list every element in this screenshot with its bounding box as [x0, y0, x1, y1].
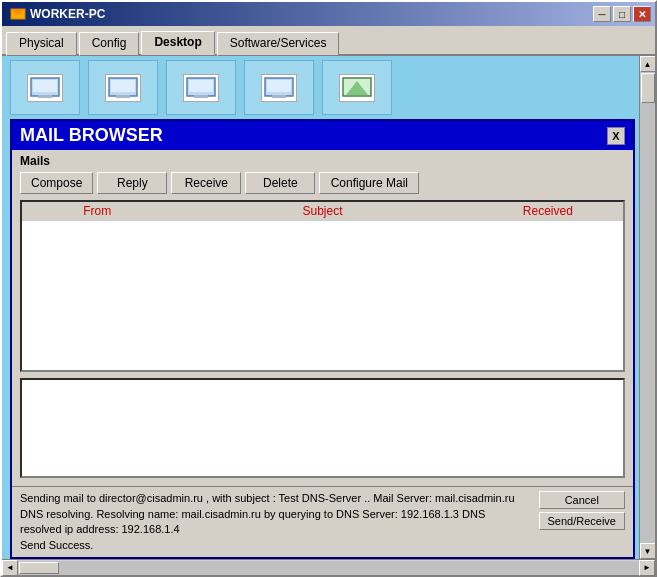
status-text: Sending mail to director@cisadmin.ru , w…: [20, 491, 531, 553]
desktop-icon-1[interactable]: [10, 60, 80, 115]
svg-rect-10: [194, 95, 208, 98]
scroll-h-track: [18, 561, 639, 575]
desktop-icon-3[interactable]: [166, 60, 236, 115]
right-scrollbar: ▲ ▼: [639, 56, 655, 559]
delete-button[interactable]: Delete: [245, 172, 315, 194]
desktop-icon-img-4: [261, 74, 297, 102]
main-content: MAIL BROWSER X Mails Compose Reply Recei…: [2, 56, 655, 559]
mail-list-header: From Subject Received: [22, 202, 623, 221]
tab-bar: Physical Config Desktop Software/Service…: [2, 26, 655, 56]
desktop-icon-img-3: [183, 74, 219, 102]
close-button[interactable]: ✕: [633, 6, 651, 22]
status-buttons: Cancel Send/Receive: [539, 491, 626, 530]
mail-list: From Subject Received: [20, 200, 625, 372]
desktop-icon-4[interactable]: [244, 60, 314, 115]
scroll-track: [640, 72, 656, 543]
status-message: Sending mail to director@cisadmin.ru , w…: [20, 492, 515, 550]
window-title: WORKER-PC: [30, 7, 105, 21]
scroll-thumb[interactable]: [641, 73, 655, 103]
desktop-icon-img-1: [27, 74, 63, 102]
svg-rect-9: [189, 80, 213, 92]
reply-button[interactable]: Reply: [97, 172, 167, 194]
mail-browser-title: MAIL BROWSER: [20, 125, 163, 146]
mail-close-button[interactable]: X: [607, 127, 625, 145]
title-bar-left: WORKER-PC: [10, 6, 105, 22]
receive-button[interactable]: Receive: [171, 172, 241, 194]
tab-config[interactable]: Config: [79, 32, 140, 56]
app-icon: [10, 6, 26, 22]
scroll-right-button[interactable]: ►: [639, 560, 655, 576]
minimize-button[interactable]: ─: [593, 6, 611, 22]
scroll-up-button[interactable]: ▲: [640, 56, 656, 72]
cancel-button[interactable]: Cancel: [539, 491, 626, 509]
configure-mail-button[interactable]: Configure Mail: [319, 172, 419, 194]
desktop-icon-img-2: [105, 74, 141, 102]
tab-physical[interactable]: Physical: [6, 32, 77, 56]
scroll-down-button[interactable]: ▼: [640, 543, 656, 559]
maximize-button[interactable]: □: [613, 6, 631, 22]
desktop-icon-2[interactable]: [88, 60, 158, 115]
bottom-scrollbar: ◄ ►: [2, 559, 655, 575]
mail-toolbar: Compose Reply Receive Delete Configure M…: [20, 172, 625, 194]
desktop-icons-row: [2, 56, 655, 119]
desktop-icon-5[interactable]: [322, 60, 392, 115]
svg-rect-13: [272, 95, 286, 98]
main-window: WORKER-PC ─ □ ✕ Physical Config Desktop …: [0, 0, 657, 577]
svg-rect-3: [33, 80, 57, 92]
compose-button[interactable]: Compose: [20, 172, 93, 194]
mail-body: Mails Compose Reply Receive Delete Confi…: [12, 150, 633, 486]
scroll-h-thumb[interactable]: [19, 562, 59, 574]
tab-software-services[interactable]: Software/Services: [217, 32, 340, 56]
mail-list-body: [22, 221, 623, 370]
mail-preview: [20, 378, 625, 478]
svg-rect-7: [116, 95, 130, 98]
svg-rect-12: [267, 80, 291, 92]
svg-rect-6: [111, 80, 135, 92]
col-subject: Subject: [172, 202, 473, 220]
scroll-left-button[interactable]: ◄: [2, 560, 18, 576]
status-bar: Sending mail to director@cisadmin.ru , w…: [12, 486, 633, 557]
desktop-icon-img-5: [339, 74, 375, 102]
send-receive-button[interactable]: Send/Receive: [539, 512, 626, 530]
mails-label: Mails: [20, 154, 625, 168]
svg-rect-4: [38, 95, 52, 98]
col-received: Received: [473, 202, 623, 220]
col-from: From: [22, 202, 172, 220]
title-bar-buttons: ─ □ ✕: [593, 6, 651, 22]
tab-desktop[interactable]: Desktop: [141, 31, 214, 55]
mail-browser-titlebar: MAIL BROWSER X: [12, 121, 633, 150]
mail-browser-panel: MAIL BROWSER X Mails Compose Reply Recei…: [10, 119, 635, 559]
title-bar: WORKER-PC ─ □ ✕: [2, 2, 655, 26]
